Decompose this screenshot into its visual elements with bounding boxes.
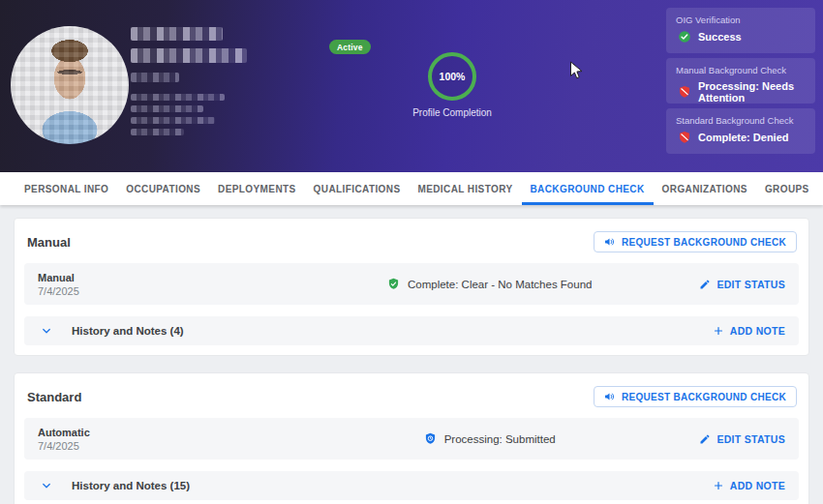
history-notes-row: History and Notes (4) ADD NOTE bbox=[24, 316, 799, 345]
profile-completion: 100% Profile Completion bbox=[394, 52, 510, 118]
shield-check-icon bbox=[387, 278, 400, 290]
profile-photo bbox=[11, 26, 129, 144]
shield-blocked-icon bbox=[678, 131, 691, 144]
request-background-check-button[interactable]: REQUEST BACKGROUND CHECK bbox=[594, 386, 797, 407]
check-date: 7/4/2025 bbox=[38, 440, 280, 452]
manual-background-check-card: Manual Background Check Processing: Need… bbox=[666, 58, 815, 104]
check-date: 7/4/2025 bbox=[38, 285, 280, 297]
campaign-icon bbox=[604, 236, 616, 248]
check-status-row: Automatic 7/4/2025 Processing: Submitted bbox=[24, 418, 799, 460]
standard-section-card: Standard REQUEST BACKGROUND CHECK Automa… bbox=[14, 372, 809, 504]
verification-summary-panel: OIG Verification Success Manual Backgrou… bbox=[666, 8, 815, 154]
redacted-detail-line bbox=[131, 129, 184, 135]
redacted-detail-line bbox=[131, 105, 203, 112]
request-background-check-button[interactable]: REQUEST BACKGROUND CHECK bbox=[594, 231, 797, 252]
redacted-detail-line bbox=[131, 94, 225, 101]
manual-check-status: Processing: Needs Attention bbox=[698, 80, 806, 104]
profile-tabbar: PERSONAL INFO OCCUPATIONS DEPLOYMENTS QU… bbox=[0, 172, 823, 205]
history-notes-label[interactable]: History and Notes (4) bbox=[72, 325, 184, 337]
tab-background-check[interactable]: BACKGROUND CHECK bbox=[522, 172, 654, 205]
tab-qualifications[interactable]: QUALIFICATIONS bbox=[305, 172, 410, 205]
plus-icon bbox=[713, 480, 724, 491]
oig-verification-label: OIG Verification bbox=[676, 15, 806, 25]
add-note-button[interactable]: ADD NOTE bbox=[713, 325, 785, 337]
pencil-icon bbox=[699, 433, 711, 445]
edit-status-button[interactable]: EDIT STATUS bbox=[699, 279, 785, 290]
check-type: Automatic bbox=[38, 427, 280, 438]
history-notes-row: History and Notes (15) ADD NOTE bbox=[24, 471, 799, 500]
redacted-last-name bbox=[131, 48, 247, 63]
redacted-id bbox=[131, 73, 179, 82]
tab-deployments[interactable]: DEPLOYMENTS bbox=[209, 172, 305, 205]
completion-label: Profile Completion bbox=[412, 107, 492, 118]
oig-verification-status: Success bbox=[698, 31, 742, 43]
tab-groups[interactable]: GROUPS bbox=[756, 172, 818, 205]
tab-consent[interactable]: CONSENT bbox=[818, 172, 823, 205]
check-type: Manual bbox=[38, 272, 280, 283]
status-badge: Active bbox=[329, 40, 371, 54]
completion-ring: 100% bbox=[428, 52, 476, 101]
add-note-button[interactable]: ADD NOTE bbox=[713, 480, 785, 491]
standard-check-label: Standard Background Check bbox=[676, 115, 806, 126]
check-circle-icon bbox=[678, 30, 691, 44]
pencil-icon bbox=[699, 279, 711, 290]
check-status-row: Manual 7/4/2025 Complete: Clear - No Mat… bbox=[24, 263, 799, 305]
redacted-first-name bbox=[131, 27, 223, 41]
tab-medical-history[interactable]: MEDICAL HISTORY bbox=[409, 172, 521, 205]
edit-status-button[interactable]: EDIT STATUS bbox=[699, 433, 785, 445]
shield-blocked-icon bbox=[678, 85, 691, 99]
campaign-icon bbox=[604, 391, 616, 402]
chevron-down-icon[interactable] bbox=[41, 325, 52, 337]
tab-organizations[interactable]: ORGANIZATIONS bbox=[654, 172, 756, 205]
chevron-down-icon[interactable] bbox=[41, 480, 52, 491]
oig-verification-card: OIG Verification Success bbox=[666, 8, 815, 53]
check-status-text: Complete: Clear - No Matches Found bbox=[408, 279, 592, 290]
standard-check-status: Complete: Denied bbox=[698, 132, 789, 143]
redacted-detail-line bbox=[131, 117, 215, 124]
history-notes-label[interactable]: History and Notes (15) bbox=[72, 480, 190, 491]
section-title: Standard bbox=[27, 390, 81, 404]
tab-occupations[interactable]: OCCUPATIONS bbox=[117, 172, 209, 205]
check-status-text: Processing: Submitted bbox=[444, 433, 556, 445]
completion-percent: 100% bbox=[440, 71, 466, 82]
background-check-panel: Manual REQUEST BACKGROUND CHECK Manual 7… bbox=[0, 205, 823, 504]
profile-page: Active 100% Profile Completion OIG Verif… bbox=[0, 0, 823, 504]
tab-personal-info[interactable]: PERSONAL INFO bbox=[15, 172, 117, 205]
standard-background-check-card: Standard Background Check Complete: Deni… bbox=[666, 108, 815, 154]
manual-section-card: Manual REQUEST BACKGROUND CHECK Manual 7… bbox=[14, 218, 809, 356]
profile-header: Active 100% Profile Completion OIG Verif… bbox=[0, 0, 823, 172]
section-title: Manual bbox=[27, 235, 71, 250]
mouse-cursor bbox=[569, 61, 583, 80]
redacted-name-block bbox=[131, 27, 257, 135]
manual-check-label: Manual Background Check bbox=[676, 65, 806, 75]
plus-icon bbox=[713, 325, 724, 337]
shield-pending-icon bbox=[424, 432, 437, 445]
